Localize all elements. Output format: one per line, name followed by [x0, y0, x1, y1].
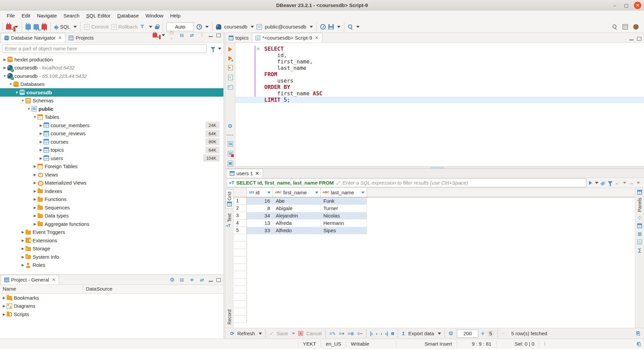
- status-timezone[interactable]: YEKT: [298, 341, 321, 347]
- save-dropdown[interactable]: [337, 26, 340, 28]
- new-connection-dropdown[interactable]: [15, 26, 18, 28]
- tree-item-data-types[interactable]: ▶ Data types: [0, 212, 223, 220]
- expander-icon[interactable]: ▶: [2, 66, 7, 69]
- sort-icon[interactable]: [361, 192, 365, 194]
- refresh-dropdown[interactable]: [259, 333, 262, 335]
- column-name[interactable]: Name: [0, 285, 83, 293]
- expander-icon[interactable]: ▶: [32, 222, 38, 226]
- reconnect-icon[interactable]: [34, 24, 39, 30]
- filter-back-icon[interactable]: ←: [615, 180, 620, 186]
- expander-icon[interactable]: ▶: [32, 214, 38, 217]
- focus-row-icon[interactable]: ⧈: [391, 331, 394, 336]
- tree-item-users[interactable]: ▶ users104K: [0, 154, 223, 162]
- expander-icon[interactable]: ▶: [32, 206, 38, 209]
- expander-icon[interactable]: ▶: [20, 230, 25, 234]
- validate-script-icon[interactable]: [228, 151, 233, 156]
- open-console-icon[interactable]: [228, 85, 233, 90]
- tree-item-extensions[interactable]: ▶ Extensions: [0, 236, 223, 245]
- add-row-icon[interactable]: ≡+: [339, 331, 344, 336]
- cell-id[interactable]: 13: [247, 219, 273, 227]
- transaction-log-button[interactable]: [140, 24, 146, 30]
- panel-connection-dropdown[interactable]: [162, 34, 165, 36]
- table-row[interactable]: 533AlfredoSipes: [233, 227, 635, 234]
- splitter-grip[interactable]: [431, 167, 444, 168]
- cell-first_name[interactable]: Abe: [273, 197, 321, 205]
- project-item-bookmarks[interactable]: ▶ Bookmarks: [0, 294, 223, 302]
- project-link-icon[interactable]: ⇄: [199, 277, 205, 283]
- delete-row-icon[interactable]: ≡−: [357, 331, 363, 336]
- disconnect-icon[interactable]: [42, 24, 47, 30]
- fetch-next-segment-icon[interactable]: ⩒: [481, 331, 484, 336]
- expander-icon[interactable]: ▶: [1, 312, 7, 316]
- value-panel-icon[interactable]: ⁘: [638, 215, 642, 220]
- export-dropdown[interactable]: [438, 333, 441, 335]
- expander-icon[interactable]: ▶: [20, 255, 25, 259]
- expander-icon[interactable]: ▼: [32, 115, 38, 119]
- custom-filter-icon[interactable]: [608, 181, 612, 184]
- export-from-query-icon[interactable]: [228, 141, 233, 147]
- link-editor-icon[interactable]: ⇄: [189, 33, 195, 38]
- tree-item-foreign-tables[interactable]: ▶ Foreign Tables: [0, 162, 223, 171]
- execute-statement-icon[interactable]: [228, 47, 232, 52]
- tab-grid-view[interactable]: Grid: [225, 189, 233, 209]
- result-settings-icon[interactable]: [448, 331, 454, 336]
- tab-topics[interactable]: topics: [225, 33, 252, 43]
- tab-script-9[interactable]: *<coursesdb> Script-9 ✕: [252, 33, 322, 43]
- sql-editor-dropdown[interactable]: [73, 26, 77, 28]
- view-menu-icon[interactable]: ⁞: [199, 33, 205, 38]
- panels-toggle-icon[interactable]: [637, 190, 642, 195]
- code-line[interactable]: ⊖SELECT: [235, 46, 644, 52]
- row-number[interactable]: 4: [233, 219, 247, 227]
- maximize-panel-icon[interactable]: [216, 34, 221, 37]
- connection-dropdown[interactable]: [251, 26, 254, 28]
- close-result-tab-icon[interactable]: ✕: [255, 170, 259, 177]
- save-result-label[interactable]: Save: [277, 331, 288, 336]
- menu-database[interactable]: Database: [114, 11, 142, 20]
- menu-help[interactable]: Help: [167, 11, 184, 20]
- expander-icon[interactable]: ▶: [32, 189, 38, 193]
- horizontal-splitter[interactable]: [225, 166, 644, 169]
- new-connection-button[interactable]: [6, 24, 11, 30]
- calc-panel-icon[interactable]: ∑: [638, 247, 641, 253]
- table-row[interactable]: 334AlejandrinNicolas: [233, 212, 635, 219]
- search-dropdown[interactable]: [356, 26, 360, 28]
- cell-last_name[interactable]: Sipes: [321, 227, 367, 234]
- result-grid[interactable]: 123 id ABC first_name ABC last_name 116A…: [233, 188, 635, 328]
- filter-dropdown[interactable]: [218, 48, 221, 50]
- collapse-all-icon[interactable]: ⊟: [178, 33, 185, 38]
- tab-record-view[interactable]: Record: [227, 307, 232, 327]
- search-icon[interactable]: [348, 24, 353, 29]
- row-number[interactable]: 2: [233, 205, 247, 212]
- row-number-header[interactable]: [233, 188, 247, 197]
- result-filter-input[interactable]: «T SELECT id, first_name, last_name FROM…: [227, 179, 586, 187]
- row-number[interactable]: 3: [233, 212, 247, 219]
- expander-icon[interactable]: ▼: [8, 82, 13, 86]
- tab-projects[interactable]: Projects: [65, 33, 97, 43]
- tree-item-sequences[interactable]: ▶ Sequences: [0, 203, 223, 212]
- tree-item-topics[interactable]: ▶ topics64K: [0, 146, 223, 154]
- expander-icon[interactable]: ▶: [20, 247, 25, 250]
- transaction-history-icon[interactable]: [197, 24, 202, 30]
- project-settings-icon[interactable]: [170, 277, 175, 283]
- filter-forward-icon[interactable]: →: [629, 180, 634, 186]
- execute-new-tab-icon[interactable]: [228, 56, 232, 61]
- table-row[interactable]: 116AbeFunk: [233, 197, 635, 205]
- last-row-icon[interactable]: ›|: [385, 331, 388, 336]
- code-line[interactable]: users: [235, 78, 644, 84]
- transaction-history-dropdown[interactable]: [205, 26, 209, 28]
- explain-plan-icon[interactable]: [228, 75, 233, 80]
- tree-item-tables[interactable]: ▼ Tables: [0, 113, 223, 121]
- fold-marker-icon[interactable]: ⊖: [257, 46, 259, 52]
- cell-id[interactable]: 34: [247, 212, 273, 219]
- sort-icon[interactable]: [267, 192, 271, 194]
- filter-back-dropdown[interactable]: [623, 182, 626, 184]
- transaction-dropdown[interactable]: [149, 26, 152, 28]
- tab-users-result[interactable]: users 1 ✕: [226, 169, 263, 178]
- cell-last_name[interactable]: Turner: [321, 205, 367, 212]
- project-expand-icon[interactable]: ✛: [189, 277, 195, 283]
- close-script-tab-icon[interactable]: ✕: [315, 35, 319, 40]
- tree-item-storage[interactable]: ▶ Storage: [0, 245, 223, 253]
- expander-icon[interactable]: ▶: [38, 148, 44, 152]
- tree-item-aggregate-functions[interactable]: ▶ Aggregate functions: [0, 220, 223, 228]
- expander-icon[interactable]: ▼: [26, 107, 32, 111]
